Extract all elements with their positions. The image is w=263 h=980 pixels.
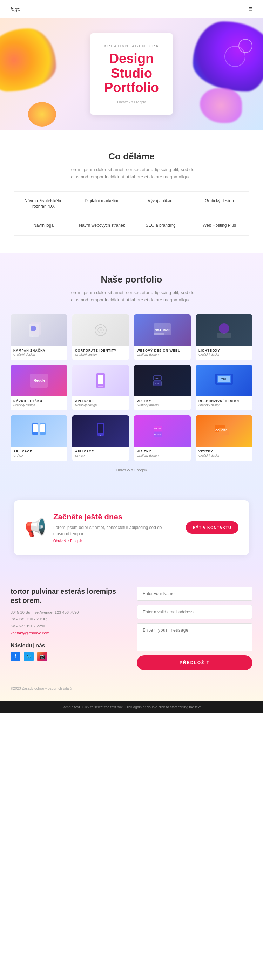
footer-social-icons: f 🐦 📷 [11, 652, 126, 662]
social-facebook-icon[interactable]: f [11, 652, 20, 662]
service-item-1: Návrh uživatelského rozhraní/UX [14, 192, 73, 216]
portfolio-info-1: KAMPAŇ ZNAČKY Grafický design [11, 346, 67, 360]
service-item-4: Grafický design [190, 192, 249, 216]
cta-section: 📢 Začněte ještě dnes Lorem ipsum dolor s… [14, 500, 249, 555]
services-section: Co děláme Lorem ipsum dolor sit amet, co… [0, 130, 263, 253]
social-instagram-icon[interactable]: 📷 [37, 652, 47, 662]
svg-text:DESIGN: DESIGN [154, 434, 161, 436]
svg-text:FAKE: FAKE [155, 377, 158, 379]
portfolio-item-6[interactable]: APLIKACE Grafický design [72, 365, 129, 410]
menu-button[interactable]: ≡ [248, 5, 252, 13]
portfolio-item-5[interactable]: Reggle NÁVRH LETÁKU Grafický design [11, 365, 67, 410]
portfolio-item-4[interactable]: LIGHTBOXY Grafický design [196, 314, 252, 360]
portfolio-info-5: NÁVRH LETÁKU Grafický design [11, 396, 67, 410]
service-item-5: Návrh loga [14, 216, 73, 235]
portfolio-info-3: WEBOVÝ DESIGN WEBU Grafický design [134, 346, 191, 360]
svg-point-2 [30, 326, 36, 331]
svg-text:b: b [32, 336, 33, 337]
portfolio-info-2: CORPORATE IDENTITY Grafický design [72, 346, 129, 360]
footer-left-title: tortor pulvinar esterás loremips est ore… [11, 587, 126, 605]
svg-text:Get In Touch: Get In Touch [155, 328, 170, 331]
form-message-input[interactable] [137, 623, 252, 651]
portfolio-title: Naše portfolio [11, 274, 252, 285]
portfolio-grid: b KAMPAŇ ZNAČKY Grafický design CORPORAT… [11, 314, 252, 461]
portfolio-info-6: APLIKACE Grafický design [72, 396, 129, 410]
footer-social-title: Následuj nás [11, 643, 126, 649]
footer-form: PŘEDLOŽIT [137, 587, 252, 670]
portfolio-item-8[interactable]: FAKE RESPONZIVNÍ DESIGN Grafický design [196, 365, 252, 410]
service-item-3: Vývoj aplikací [132, 192, 190, 216]
portfolio-info-7: VIZITKY Grafický design [134, 396, 191, 410]
logo: logo [11, 6, 20, 12]
cta-content: Začněte ještě dnes Lorem ipsum dolor sit… [53, 512, 179, 543]
footer: tortor pulvinar esterás loremips est ore… [0, 569, 263, 701]
footer-top: tortor pulvinar esterás loremips est ore… [11, 587, 252, 670]
svg-text:CARD: CARD [155, 383, 159, 385]
form-email-input[interactable] [137, 605, 252, 619]
portfolio-item-9[interactable]: APLIKACE UI / UX [11, 415, 67, 461]
service-item-6: Návrh webových stránek [73, 216, 132, 235]
portfolio-thumb-7: FAKECARD [134, 365, 191, 396]
portfolio-info-12: VIZITKY Grafický design [196, 447, 252, 461]
hero-circle2 [225, 46, 245, 67]
portfolio-info-9: APLIKACE UI / UX [11, 447, 67, 461]
portfolio-item-7[interactable]: FAKECARD VIZITKY Grafický design [134, 365, 191, 410]
footer-copyright: ©2023 Zásady ochrany osobních údajů [11, 681, 252, 690]
form-submit-button[interactable]: PŘEDLOŽIT [137, 655, 252, 670]
svg-rect-15 [98, 375, 104, 385]
portfolio-item-12[interactable]: COLORS! VIZITKY Grafický design [196, 415, 252, 461]
cta-caption: Obrázek z Freepik [53, 539, 179, 543]
svg-text:Reggle: Reggle [33, 379, 46, 382]
portfolio-thumb-12: COLORS! [196, 415, 252, 447]
hero-card: KREATIVNÍ AGENTURA Design Studio Portfol… [90, 33, 173, 115]
social-twitter-icon[interactable]: 🐦 [24, 652, 33, 662]
hero-caption: Obrázek z Freepik [104, 100, 159, 104]
footer-contact: 3045 10 Sunrise Avenue, 123-456-7890 Po … [11, 609, 126, 637]
service-item-2: Digitální marketing [73, 192, 132, 216]
portfolio-info-11: VIZITKY Grafický design [134, 447, 191, 461]
portfolio-thumb-8: FAKE [196, 365, 252, 396]
hero-subtitle: KREATIVNÍ AGENTURA [104, 44, 159, 48]
svg-point-6 [100, 329, 102, 331]
footer-email[interactable]: kontakty@esbnyc.com [11, 631, 49, 635]
portfolio-info-10: APLIKACE UI / UX [72, 447, 129, 461]
portfolio-thumb-10 [72, 415, 129, 447]
portfolio-thumb-3: Get In Touch [134, 314, 191, 346]
hero-blob-left [0, 29, 56, 91]
header: logo ≡ [0, 0, 263, 18]
svg-point-31 [100, 435, 101, 436]
portfolio-info-8: RESPONZIVNÍ DESIGN Grafický design [196, 396, 252, 410]
svg-point-10 [219, 323, 230, 334]
portfolio-item-2[interactable]: CORPORATE IDENTITY Grafický design [72, 314, 129, 360]
portfolio-thumb-1: b [11, 314, 67, 346]
form-name-input[interactable] [137, 587, 252, 601]
svg-rect-9 [154, 332, 164, 336]
cta-button[interactable]: BÝT V KONTAKTU [186, 521, 239, 534]
portfolio-item-10[interactable]: APLIKACE UI / UX [72, 415, 129, 461]
cta-wrapper: 📢 Začněte ještě dnes Lorem ipsum dolor s… [0, 486, 263, 569]
hero-section: KREATIVNÍ AGENTURA Design Studio Portfol… [0, 18, 263, 130]
hero-blob-bottom-left [28, 102, 56, 127]
footer-left: tortor pulvinar esterás loremips est ore… [11, 587, 126, 670]
service-item-8: Web Hosting Plus [190, 216, 249, 235]
svg-rect-26 [33, 425, 38, 432]
portfolio-thumb-11: VIZITKADESIGN [134, 415, 191, 447]
portfolio-item-11[interactable]: VIZITKADESIGN VIZITKY Grafický design [134, 415, 191, 461]
svg-text:VIZITKA: VIZITKA [154, 428, 161, 430]
cta-text: Lorem ipsum dolor sit amet, consectetur … [53, 524, 179, 537]
portfolio-item-3[interactable]: Get In Touch WEBOVÝ DESIGN WEBU Grafický… [134, 314, 191, 360]
portfolio-item-1[interactable]: b KAMPAŇ ZNAČKY Grafický design [11, 314, 67, 360]
hero-title: Design Studio Portfolio [104, 51, 159, 95]
hero-blob-bottom-right [200, 88, 242, 123]
service-item-7: SEO a branding [132, 216, 190, 235]
svg-rect-30 [98, 424, 104, 433]
svg-rect-28 [40, 425, 45, 432]
portfolio-thumb-9 [11, 415, 67, 447]
svg-text:FAKE: FAKE [221, 378, 226, 380]
portfolio-info-4: LIGHTBOXY Grafický design [196, 346, 252, 360]
portfolio-caption: Obrázky z Freepik [11, 468, 252, 472]
portfolio-thumb-2 [72, 314, 129, 346]
portfolio-thumb-6 [72, 365, 129, 396]
svg-rect-11 [217, 332, 231, 337]
portfolio-thumb-5: Reggle [11, 365, 67, 396]
